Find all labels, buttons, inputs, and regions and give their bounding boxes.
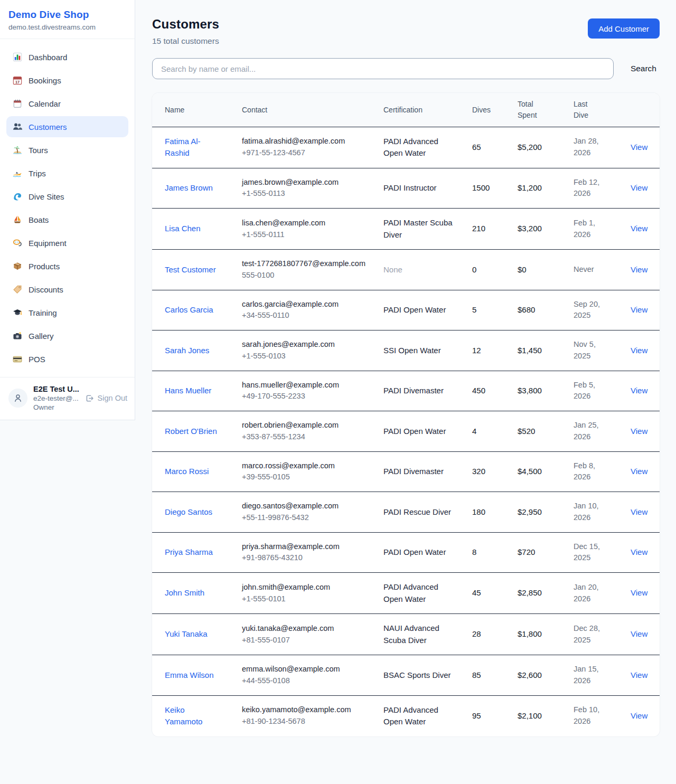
view-link[interactable]: View [631, 224, 647, 233]
sidebar-item-training[interactable]: Training [6, 302, 128, 323]
view-cell: View [618, 655, 660, 696]
customer-name-link[interactable]: Diego Santos [165, 506, 212, 518]
last-dive-cell: Jan 15, 2026 [561, 655, 618, 696]
search-row: Search [152, 58, 660, 79]
customer-name-link[interactable]: Carlos Garcia [165, 304, 213, 316]
view-link[interactable]: View [631, 143, 647, 152]
total-spent-cell: $2,600 [505, 655, 561, 696]
sidebar-item-calendar[interactable]: Calendar [6, 93, 128, 114]
view-link[interactable]: View [631, 386, 647, 395]
customer-name-link[interactable]: Sarah Jones [165, 345, 209, 357]
column-header-contact: Contact [229, 93, 371, 127]
view-link[interactable]: View [631, 507, 647, 516]
customer-name-link[interactable]: John Smith [165, 587, 204, 599]
dives-cell: 0 [459, 250, 505, 290]
graduation-cap-icon [13, 308, 22, 317]
table-row: Carlos Garciacarlos.garcia@example.com+3… [152, 290, 660, 330]
contact-cell: lisa.chen@example.com+1-555-0111 [229, 209, 371, 250]
sidebar-item-label: POS [29, 355, 45, 364]
dives-cell: 210 [459, 209, 505, 250]
customer-email: sarah.jones@example.com [242, 339, 365, 351]
page-title: Customers [152, 17, 219, 32]
page-head: Customers 15 total customers Add Custome… [152, 17, 660, 46]
view-link[interactable]: View [631, 547, 647, 556]
view-cell: View [618, 168, 660, 209]
view-link[interactable]: View [631, 467, 647, 476]
customer-email: diego.santos@example.com [242, 500, 365, 512]
customer-name-link[interactable]: Fatima Al-Rashid [165, 136, 224, 159]
dives-cell: 45 [459, 573, 505, 614]
sidebar-item-trips[interactable]: Trips [6, 163, 128, 184]
total-spent-cell: $3,200 [505, 209, 561, 250]
table-row: Marco Rossimarco.rossi@example.com+39-55… [152, 451, 660, 492]
view-link[interactable]: View [631, 183, 647, 192]
sidebar-item-discounts[interactable]: Discounts [6, 279, 128, 300]
view-link[interactable]: View [631, 588, 647, 597]
customer-phone: 555-0100 [242, 270, 365, 281]
diving-mask-icon [13, 238, 22, 248]
sidebar-item-label: Customers [29, 122, 67, 131]
sidebar-item-boats[interactable]: Boats [6, 209, 128, 230]
customer-name-link[interactable]: Emma Wilson [165, 669, 214, 682]
sidebar-item-dive-sites[interactable]: Dive Sites [6, 186, 128, 207]
total-spent-cell: $720 [505, 532, 561, 573]
sidebar-item-dashboard[interactable]: Dashboard [6, 46, 128, 68]
customer-name-link[interactable]: Priya Sharma [165, 546, 213, 559]
customer-name-link[interactable]: Marco Rossi [165, 466, 209, 478]
view-link[interactable]: View [631, 305, 647, 314]
customer-certification: PADI Instructor [383, 182, 454, 194]
view-link[interactable]: View [631, 427, 647, 436]
view-link[interactable]: View [631, 711, 647, 720]
customer-name-link[interactable]: Robert O'Brien [165, 426, 217, 438]
avatar [8, 389, 27, 408]
customer-name-link[interactable]: Hans Mueller [165, 385, 211, 397]
customer-certification: PADI Open Water [383, 304, 454, 316]
sidebar-item-label: Gallery [29, 332, 54, 341]
dives-cell: 8 [459, 532, 505, 573]
column-header-last-dive: Last Dive [561, 93, 618, 127]
sidebar-item-tours[interactable]: Tours [6, 139, 128, 160]
sidebar-item-label: Calendar [29, 99, 61, 108]
last-dive-cell: Jan 28, 2026 [561, 127, 618, 168]
sign-out-button[interactable]: Sign Out [85, 394, 127, 403]
total-spent-cell: $2,950 [505, 492, 561, 533]
name-cell: Fatima Al-Rashid [152, 127, 229, 168]
sidebar-item-bookings[interactable]: 17Bookings [6, 70, 128, 91]
sidebar-item-customers[interactable]: Customers [6, 116, 128, 137]
search-button[interactable]: Search [627, 64, 660, 73]
user-meta: E2E Test U... e2e-tester@... Owner [33, 385, 79, 411]
customer-email: john.smith@example.com [242, 582, 365, 593]
last-dive-cell: Never [561, 250, 618, 290]
customer-name-link[interactable]: Keiko Yamamoto [165, 704, 224, 728]
view-link[interactable]: View [631, 670, 647, 679]
customer-phone: +39-555-0105 [242, 471, 365, 483]
view-cell: View [618, 532, 660, 573]
sidebar-item-equipment[interactable]: Equipment [6, 232, 128, 253]
customer-name-link[interactable]: Test Customer [165, 264, 216, 276]
last-dive-cell: Feb 10, 2026 [561, 695, 618, 736]
add-customer-button[interactable]: Add Customer [588, 18, 660, 39]
sidebar-item-gallery[interactable]: Gallery [6, 325, 128, 346]
name-cell: Sarah Jones [152, 330, 229, 371]
label-tag-icon [13, 285, 22, 294]
view-link[interactable]: View [631, 346, 647, 355]
dives-cell: 180 [459, 492, 505, 533]
view-cell: View [618, 250, 660, 290]
customer-certification: None [383, 264, 454, 276]
view-link[interactable]: View [631, 265, 647, 274]
people-icon [13, 122, 22, 131]
contact-cell: carlos.garcia@example.com+34-555-0110 [229, 290, 371, 330]
view-link[interactable]: View [631, 629, 647, 638]
name-cell: Diego Santos [152, 492, 229, 533]
customer-name-link[interactable]: Yuki Tanaka [165, 628, 208, 640]
sidebar-item-products[interactable]: Products [6, 256, 128, 277]
total-spent-cell: $1,450 [505, 330, 561, 371]
search-input[interactable] [152, 58, 614, 79]
customer-name-link[interactable]: Lisa Chen [165, 223, 201, 235]
sidebar-item-pos[interactable]: POS [6, 348, 128, 370]
last-dive-cell: Dec 28, 2025 [561, 614, 618, 655]
brand-block: Demo Dive Shop demo.test.divestreams.com [0, 0, 135, 39]
customer-email: emma.wilson@example.com [242, 664, 365, 675]
last-dive-cell: Feb 5, 2026 [561, 371, 618, 411]
customer-name-link[interactable]: James Brown [165, 182, 213, 194]
